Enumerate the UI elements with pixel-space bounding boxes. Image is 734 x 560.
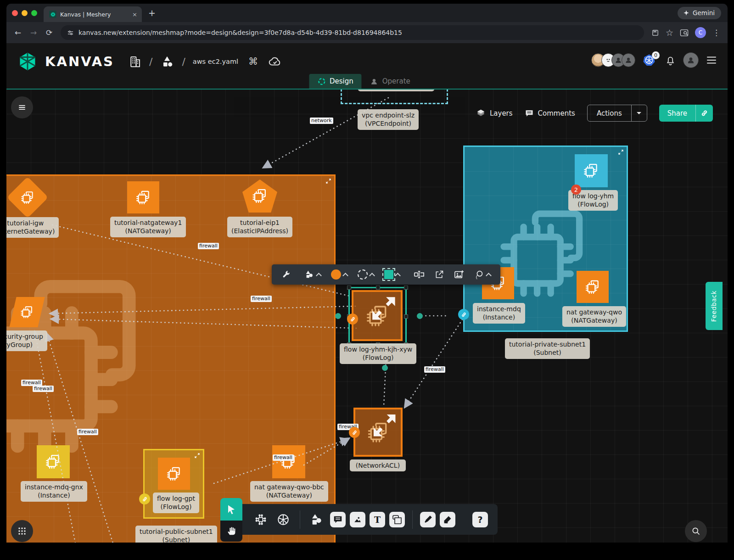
- back-button[interactable]: ←: [11, 28, 25, 37]
- actions-button[interactable]: Actions: [587, 105, 647, 122]
- igw-label[interactable]: tutorial-igw(InternetGateway): [6, 217, 59, 238]
- rename-tool[interactable]: [409, 264, 430, 285]
- node-natgateway-qwo[interactable]: [577, 271, 609, 303]
- note-tool[interactable]: [389, 512, 405, 527]
- node-flowlog-selected[interactable]: [352, 290, 403, 341]
- natgateway-qwo-label[interactable]: nat gateway-qwo(NATGateway): [562, 306, 626, 327]
- zoom-search-button[interactable]: [685, 520, 707, 542]
- border-style-picker[interactable]: [353, 264, 379, 285]
- save-page-icon[interactable]: [651, 29, 659, 37]
- browser-tab[interactable]: Kanvas | Meshery ×: [44, 6, 142, 22]
- notifications-bell-icon[interactable]: [665, 55, 676, 66]
- instance-gnx-label[interactable]: instance-mdq-gnx(Instance): [21, 481, 87, 502]
- connection-dot-left[interactable]: [335, 313, 341, 319]
- configure-tool[interactable]: [276, 264, 296, 285]
- pan-tool[interactable]: [220, 521, 242, 542]
- connection-dot-right[interactable]: [417, 313, 423, 319]
- design-canvas[interactable]: Layers Comments Actions Share (Ro: [6, 89, 728, 543]
- design-mode-tab[interactable]: Design: [309, 74, 362, 89]
- mesh-components-tool[interactable]: [252, 510, 270, 529]
- side-panel-search-icon[interactable]: [680, 29, 689, 37]
- node-network-acl[interactable]: [353, 408, 403, 457]
- private-subnet-region[interactable]: 2 flow log-yhm(FlowLog) instance-mdq(Ins…: [463, 146, 628, 332]
- flowlog-link-badge[interactable]: [347, 314, 358, 325]
- kubernetes-components-tool[interactable]: [274, 510, 292, 529]
- comment-tool[interactable]: [330, 512, 346, 527]
- edge-label-firewall-1[interactable]: firewall: [198, 243, 219, 249]
- help-tool[interactable]: ?: [472, 512, 488, 527]
- close-tab-icon[interactable]: ×: [132, 11, 137, 18]
- environment-button[interactable]: 0: [642, 53, 658, 67]
- text-tool[interactable]: T: [370, 512, 385, 527]
- bookmark-star-icon[interactable]: ☆: [666, 28, 673, 38]
- design-file-name[interactable]: aws ec2.yaml: [193, 58, 238, 65]
- share-button[interactable]: Share: [659, 105, 713, 122]
- private-subnet-collapse-icon[interactable]: [618, 149, 624, 155]
- close-window-button[interactable]: [12, 10, 18, 16]
- node-instance-gnx[interactable]: [37, 445, 70, 478]
- collaborator-avatar-2[interactable]: [622, 53, 635, 67]
- edge-label-firewall-2[interactable]: firewall: [251, 296, 272, 302]
- flowlog-yhm-count-badge[interactable]: 2: [571, 185, 581, 195]
- organization-icon[interactable]: [128, 55, 142, 68]
- flowlog-gpt-label[interactable]: flow log-gpt(FlowLog): [153, 493, 199, 513]
- browser-menu-icon[interactable]: ⋮: [712, 28, 720, 37]
- connection-dot-bottom[interactable]: [382, 365, 388, 371]
- networkacl-collapse-icon[interactable]: [371, 412, 398, 439]
- edge-label-firewall-6[interactable]: firewall: [273, 454, 294, 461]
- routetable-label[interactable]: (RouteTable): [358, 89, 434, 91]
- edge-label-firewall-3[interactable]: firewall: [21, 380, 42, 386]
- actions-dropdown-caret[interactable]: [631, 105, 647, 121]
- edge-label-firewall-5[interactable]: firewall: [77, 429, 98, 435]
- address-bar[interactable]: kanvas.new/extension/meshmap?mode=design…: [61, 25, 644, 40]
- widgets-grid-button[interactable]: [11, 520, 33, 542]
- image-tool[interactable]: [350, 512, 365, 527]
- security-group-label[interactable]: tutorial-security-group(SecurityGroup): [6, 330, 47, 351]
- add-image-tool[interactable]: [449, 264, 469, 285]
- node-flowlog-gpt[interactable]: [158, 458, 190, 490]
- public-subnet-link-badge[interactable]: [139, 493, 150, 504]
- shape-picker[interactable]: [299, 264, 326, 285]
- edge-label-firewall-8[interactable]: firewall: [424, 366, 445, 373]
- vpc-collapse-icon[interactable]: [325, 178, 331, 184]
- node-natgateway-bbc[interactable]: [272, 445, 305, 478]
- reload-button[interactable]: ⟳: [42, 28, 56, 37]
- edge-label-network[interactable]: network: [310, 118, 333, 124]
- user-avatar[interactable]: [683, 52, 699, 68]
- public-subnet-label[interactable]: tutorial-public-subnet1(Subnet): [135, 526, 217, 543]
- private-subnet-link-badge[interactable]: [458, 309, 469, 320]
- canvas-menu-button[interactable]: [11, 96, 33, 118]
- kanvas-logo-icon[interactable]: [17, 51, 38, 72]
- new-tab-button[interactable]: +: [148, 8, 156, 18]
- selection-color-picker[interactable]: [379, 264, 405, 285]
- pencil-tool[interactable]: [440, 512, 455, 527]
- cloud-sync-icon[interactable]: [268, 55, 282, 68]
- app-menu-icon[interactable]: [706, 54, 717, 66]
- comments-button[interactable]: Comments: [525, 109, 575, 118]
- open-in-new-tool[interactable]: [430, 264, 449, 285]
- shortcut-command-icon[interactable]: ⌘: [248, 56, 258, 67]
- gemini-button[interactable]: Gemini: [678, 7, 721, 19]
- pen-tool[interactable]: [420, 512, 436, 527]
- shapes-tool[interactable]: [308, 510, 326, 529]
- maximize-window-button[interactable]: [31, 10, 37, 16]
- public-subnet-region[interactable]: flow log-gpt(FlowLog): [143, 449, 204, 519]
- eip1-label[interactable]: tutorial-eip1(ElasticIPAddress): [227, 217, 292, 237]
- node-natgateway1[interactable]: [127, 181, 159, 213]
- public-subnet-collapse-icon[interactable]: [194, 453, 200, 459]
- node-flowlog-yhm[interactable]: [575, 154, 608, 187]
- group-tool[interactable]: [469, 264, 496, 285]
- forward-button[interactable]: →: [27, 28, 40, 37]
- flowlog-collapse-icon[interactable]: [370, 294, 398, 323]
- feedback-tab[interactable]: Feedback: [706, 282, 723, 330]
- copy-link-icon[interactable]: [695, 105, 713, 122]
- fill-color-picker[interactable]: [326, 264, 353, 285]
- natgateway-bbc-label[interactable]: nat gateway-qwo-bbc(NATGateway): [250, 481, 328, 502]
- select-tool[interactable]: [220, 498, 242, 521]
- edge-label-firewall-4[interactable]: firewall: [33, 386, 54, 392]
- operate-mode-tab[interactable]: Operate: [362, 74, 419, 89]
- minimize-window-button[interactable]: [22, 10, 28, 16]
- vpc-endpoint-label[interactable]: vpc endpoint-slz(VPCEndpoint): [358, 109, 419, 130]
- layers-button[interactable]: Layers: [476, 108, 513, 118]
- instance-mdq-label[interactable]: instance-mdq(Instance): [473, 303, 525, 324]
